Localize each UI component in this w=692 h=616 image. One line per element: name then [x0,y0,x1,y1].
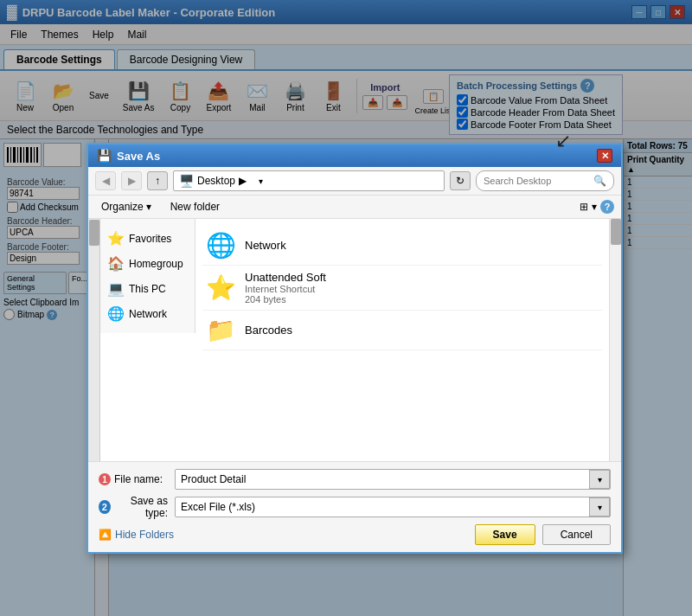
file-item-network[interactable]: 🌐 Network [202,226,602,266]
file-name-input-wrapper: ▾ [175,469,611,490]
dialog-help-icon[interactable]: ? [600,200,614,214]
barcodes-file-icon: 📁 [206,316,236,344]
new-folder-button[interactable]: New folder [164,198,226,215]
file-info-network: Network [245,239,599,252]
forward-button[interactable]: ▶ [121,171,142,190]
homegroup-icon: 🏠 [107,255,125,272]
save-as-circle: 2 [99,500,111,514]
sidebar-favorites[interactable]: ⭐ Favorites [104,226,191,251]
file-item-unattended[interactable]: ⭐ Unattended Soft Internet Shortcut 204 … [202,266,602,311]
view-icon[interactable]: ⊞ [580,201,588,213]
search-icon: 🔍 [593,175,606,187]
save-cancel-buttons: Save Cancel [475,524,611,545]
file-info-barcodes: Barcodes [245,324,599,337]
right-scrollbar-thumb [611,219,621,245]
network-file-icon: 🌐 [206,231,236,260]
network-icon: 🌐 [107,305,125,322]
save-as-type-row: 2 Save as type: ▾ [99,495,611,519]
file-name-row: 1 File name: ▾ [99,469,611,490]
unattended-file-icon: ⭐ [206,273,236,302]
sort-icon[interactable]: ▾ [592,201,597,213]
dialog-footer: 1 File name: ▾ 2 Save as type: ▾ [88,461,621,552]
this-pc-icon: 💻 [107,280,125,297]
sidebar-homegroup[interactable]: 🏠 Homegroup [104,251,191,276]
dialog-file-list: 🌐 Network ⭐ Unattended Soft Internet Sho… [195,219,609,461]
sidebar-this-pc[interactable]: 💻 This PC [104,276,191,301]
sidebar-network[interactable]: 🌐 Network [104,301,191,326]
favorites-icon: ⭐ [107,230,125,247]
file-info-unattended: Unattended Soft Internet Shortcut 204 by… [245,271,599,305]
save-as-type-wrapper: ▾ [175,497,611,517]
left-scrollbar[interactable] [88,219,100,461]
save-as-dropdown[interactable]: ▾ [589,497,610,517]
organize-bar: Organize ▾ New folder ⊞ ▾ ? [88,196,621,219]
refresh-button[interactable]: ↻ [450,171,471,190]
footer-actions-row: 🔼 Hide Folders Save Cancel [99,524,611,545]
left-scrollbar-thumb [89,220,99,246]
cancel-button[interactable]: Cancel [542,524,611,545]
save-as-dialog: 💾 Save As ✕ ◀ ▶ ↑ 🖥️ Desktop ▶ ▾ ↻ 🔍 [86,143,623,554]
save-button[interactable]: Save [475,524,535,545]
dialog-title-bar: 💾 Save As ✕ [88,144,621,167]
back-button[interactable]: ◀ [95,171,116,190]
dialog-overlay: 💾 Save As ✕ ◀ ▶ ↑ 🖥️ Desktop ▶ ▾ ↻ 🔍 [0,0,692,616]
right-scrollbar[interactable] [609,219,621,461]
file-item-barcodes[interactable]: 📁 Barcodes [202,311,602,350]
hide-folders-button[interactable]: 🔼 Hide Folders [99,529,174,541]
dialog-sidebar: ⭐ Favorites 🏠 Homegroup 💻 This PC 🌐 Netw… [100,219,195,333]
dialog-title: Save As [117,150,160,163]
save-as-type-input[interactable] [176,497,589,517]
file-name-dropdown[interactable]: ▾ [589,470,610,489]
dialog-toolbar: ◀ ▶ ↑ 🖥️ Desktop ▶ ▾ ↻ 🔍 [88,167,621,196]
file-name-circle: 1 [99,473,111,485]
dialog-title-icon: 💾 [97,149,112,163]
search-input[interactable] [484,176,593,186]
file-name-input[interactable] [176,470,589,489]
hide-folders-icon: 🔼 [99,529,112,541]
location-bar: 🖥️ Desktop ▶ ▾ [173,170,445,191]
save-as-type-label: 2 Save as type: [99,495,168,519]
up-button[interactable]: ↑ [147,171,168,190]
organize-chevron-icon: ▾ [146,201,151,213]
search-box[interactable]: 🔍 [476,170,614,191]
organize-button[interactable]: Organize ▾ [95,198,157,215]
desktop-icon: 🖥️ [179,174,194,188]
location-dropdown[interactable]: ▾ [250,170,271,191]
dialog-close-button[interactable]: ✕ [597,149,612,163]
file-name-label: 1 File name: [99,473,168,485]
dialog-body: ⭐ Favorites 🏠 Homegroup 💻 This PC 🌐 Netw… [88,219,621,461]
